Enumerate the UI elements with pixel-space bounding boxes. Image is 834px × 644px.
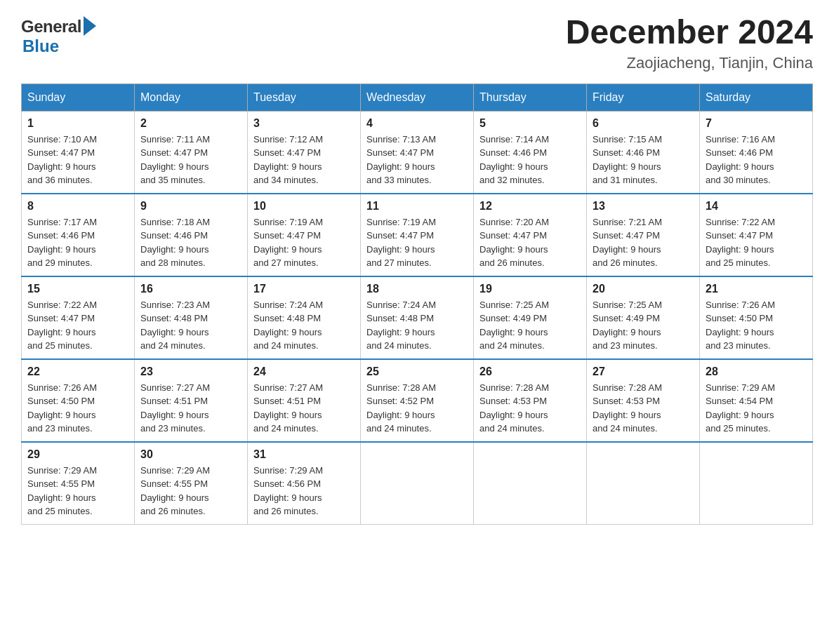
- day-info: Sunrise: 7:21 AMSunset: 4:47 PMDaylight:…: [593, 215, 694, 270]
- day-number: 31: [253, 448, 355, 461]
- day-info: Sunrise: 7:27 AMSunset: 4:51 PMDaylight:…: [253, 381, 355, 436]
- day-cell: 1Sunrise: 7:10 AMSunset: 4:47 PMDaylight…: [22, 111, 135, 194]
- day-number: 27: [593, 365, 694, 378]
- day-number: 9: [140, 200, 241, 213]
- day-cell: 25Sunrise: 7:28 AMSunset: 4:52 PMDayligh…: [361, 359, 474, 442]
- day-number: 11: [366, 200, 468, 213]
- day-number: 7: [706, 117, 807, 130]
- day-number: 17: [253, 283, 355, 295]
- day-cell: 23Sunrise: 7:27 AMSunset: 4:51 PMDayligh…: [135, 359, 248, 442]
- day-number: 29: [27, 448, 128, 461]
- day-number: 21: [706, 283, 807, 295]
- day-number: 10: [253, 200, 355, 213]
- day-number: 28: [706, 365, 807, 378]
- day-info: Sunrise: 7:25 AMSunset: 4:49 PMDaylight:…: [593, 298, 694, 353]
- day-cell: 24Sunrise: 7:27 AMSunset: 4:51 PMDayligh…: [248, 359, 361, 442]
- week-row-3: 15Sunrise: 7:22 AMSunset: 4:47 PMDayligh…: [22, 276, 813, 359]
- day-info: Sunrise: 7:28 AMSunset: 4:53 PMDaylight:…: [593, 381, 694, 436]
- day-info: Sunrise: 7:27 AMSunset: 4:51 PMDaylight:…: [140, 381, 241, 436]
- calendar-table: SundayMondayTuesdayWednesdayThursdayFrid…: [21, 83, 813, 525]
- day-number: 30: [140, 448, 241, 461]
- day-info: Sunrise: 7:22 AMSunset: 4:47 PMDaylight:…: [706, 215, 807, 270]
- day-number: 23: [140, 365, 241, 378]
- day-info: Sunrise: 7:25 AMSunset: 4:49 PMDaylight:…: [479, 298, 581, 353]
- day-cell: 11Sunrise: 7:19 AMSunset: 4:47 PMDayligh…: [361, 194, 474, 276]
- day-info: Sunrise: 7:29 AMSunset: 4:56 PMDaylight:…: [253, 464, 355, 518]
- day-cell: 3Sunrise: 7:12 AMSunset: 4:47 PMDaylight…: [248, 111, 361, 194]
- day-cell: 6Sunrise: 7:15 AMSunset: 4:46 PMDaylight…: [587, 111, 700, 194]
- day-info: Sunrise: 7:17 AMSunset: 4:46 PMDaylight:…: [27, 215, 128, 270]
- day-number: 3: [253, 117, 355, 130]
- day-cell: 31Sunrise: 7:29 AMSunset: 4:56 PMDayligh…: [248, 442, 361, 525]
- day-number: 18: [366, 283, 468, 295]
- header-saturday: Saturday: [700, 83, 813, 111]
- day-number: 4: [366, 117, 468, 130]
- day-number: 2: [140, 117, 241, 130]
- day-number: 24: [253, 365, 355, 378]
- day-info: Sunrise: 7:10 AMSunset: 4:47 PMDaylight:…: [27, 133, 128, 187]
- logo-arrow-icon: [84, 16, 96, 36]
- day-info: Sunrise: 7:28 AMSunset: 4:53 PMDaylight:…: [479, 381, 581, 436]
- day-cell: 14Sunrise: 7:22 AMSunset: 4:47 PMDayligh…: [700, 194, 813, 276]
- day-cell: 29Sunrise: 7:29 AMSunset: 4:55 PMDayligh…: [22, 442, 135, 525]
- day-cell: 7Sunrise: 7:16 AMSunset: 4:46 PMDaylight…: [700, 111, 813, 194]
- day-info: Sunrise: 7:26 AMSunset: 4:50 PMDaylight:…: [706, 298, 807, 353]
- day-cell: 8Sunrise: 7:17 AMSunset: 4:46 PMDaylight…: [22, 194, 135, 276]
- day-info: Sunrise: 7:28 AMSunset: 4:52 PMDaylight:…: [366, 381, 468, 436]
- logo-general-text: General: [21, 17, 81, 36]
- day-info: Sunrise: 7:16 AMSunset: 4:46 PMDaylight:…: [706, 133, 807, 187]
- day-cell: 21Sunrise: 7:26 AMSunset: 4:50 PMDayligh…: [700, 276, 813, 359]
- day-cell: [474, 442, 587, 525]
- header-wednesday: Wednesday: [361, 83, 474, 111]
- day-info: Sunrise: 7:15 AMSunset: 4:46 PMDaylight:…: [593, 133, 694, 187]
- title-block: December 2024 Zaojiacheng, Tianjin, Chin…: [566, 14, 813, 72]
- header-sunday: Sunday: [22, 83, 135, 111]
- day-info: Sunrise: 7:24 AMSunset: 4:48 PMDaylight:…: [366, 298, 468, 353]
- day-cell: 27Sunrise: 7:28 AMSunset: 4:53 PMDayligh…: [587, 359, 700, 442]
- day-cell: 26Sunrise: 7:28 AMSunset: 4:53 PMDayligh…: [474, 359, 587, 442]
- day-info: Sunrise: 7:19 AMSunset: 4:47 PMDaylight:…: [253, 215, 355, 270]
- day-number: 20: [593, 283, 694, 295]
- page-header: General Blue December 2024 Zaojiacheng, …: [21, 14, 813, 72]
- day-cell: 9Sunrise: 7:18 AMSunset: 4:46 PMDaylight…: [135, 194, 248, 276]
- day-cell: [361, 442, 474, 525]
- day-cell: 22Sunrise: 7:26 AMSunset: 4:50 PMDayligh…: [22, 359, 135, 442]
- day-cell: 10Sunrise: 7:19 AMSunset: 4:47 PMDayligh…: [248, 194, 361, 276]
- day-cell: 12Sunrise: 7:20 AMSunset: 4:47 PMDayligh…: [474, 194, 587, 276]
- day-number: 25: [366, 365, 468, 378]
- header-tuesday: Tuesday: [248, 83, 361, 111]
- day-cell: 2Sunrise: 7:11 AMSunset: 4:47 PMDaylight…: [135, 111, 248, 194]
- header-monday: Monday: [135, 83, 248, 111]
- day-number: 22: [27, 365, 128, 378]
- day-number: 6: [593, 117, 694, 130]
- day-number: 5: [479, 117, 581, 130]
- day-cell: [700, 442, 813, 525]
- day-info: Sunrise: 7:24 AMSunset: 4:48 PMDaylight:…: [253, 298, 355, 353]
- day-info: Sunrise: 7:22 AMSunset: 4:47 PMDaylight:…: [27, 298, 128, 353]
- day-info: Sunrise: 7:12 AMSunset: 4:47 PMDaylight:…: [253, 133, 355, 187]
- day-info: Sunrise: 7:13 AMSunset: 4:47 PMDaylight:…: [366, 133, 468, 187]
- week-row-1: 1Sunrise: 7:10 AMSunset: 4:47 PMDaylight…: [22, 111, 813, 194]
- header-thursday: Thursday: [474, 83, 587, 111]
- day-number: 14: [706, 200, 807, 213]
- day-cell: 28Sunrise: 7:29 AMSunset: 4:54 PMDayligh…: [700, 359, 813, 442]
- day-cell: 15Sunrise: 7:22 AMSunset: 4:47 PMDayligh…: [22, 276, 135, 359]
- day-number: 13: [593, 200, 694, 213]
- day-cell: 30Sunrise: 7:29 AMSunset: 4:55 PMDayligh…: [135, 442, 248, 525]
- week-row-5: 29Sunrise: 7:29 AMSunset: 4:55 PMDayligh…: [22, 442, 813, 525]
- day-info: Sunrise: 7:20 AMSunset: 4:47 PMDaylight:…: [479, 215, 581, 270]
- day-info: Sunrise: 7:29 AMSunset: 4:55 PMDaylight:…: [27, 464, 128, 518]
- day-cell: 17Sunrise: 7:24 AMSunset: 4:48 PMDayligh…: [248, 276, 361, 359]
- day-cell: 13Sunrise: 7:21 AMSunset: 4:47 PMDayligh…: [587, 194, 700, 276]
- day-info: Sunrise: 7:11 AMSunset: 4:47 PMDaylight:…: [140, 133, 241, 187]
- logo-blue-text: Blue: [22, 36, 59, 55]
- day-cell: 19Sunrise: 7:25 AMSunset: 4:49 PMDayligh…: [474, 276, 587, 359]
- week-row-2: 8Sunrise: 7:17 AMSunset: 4:46 PMDaylight…: [22, 194, 813, 276]
- day-cell: 4Sunrise: 7:13 AMSunset: 4:47 PMDaylight…: [361, 111, 474, 194]
- week-row-4: 22Sunrise: 7:26 AMSunset: 4:50 PMDayligh…: [22, 359, 813, 442]
- day-info: Sunrise: 7:26 AMSunset: 4:50 PMDaylight:…: [27, 381, 128, 436]
- day-number: 16: [140, 283, 241, 295]
- day-cell: [587, 442, 700, 525]
- calendar-title: December 2024: [566, 14, 813, 51]
- day-info: Sunrise: 7:19 AMSunset: 4:47 PMDaylight:…: [366, 215, 468, 270]
